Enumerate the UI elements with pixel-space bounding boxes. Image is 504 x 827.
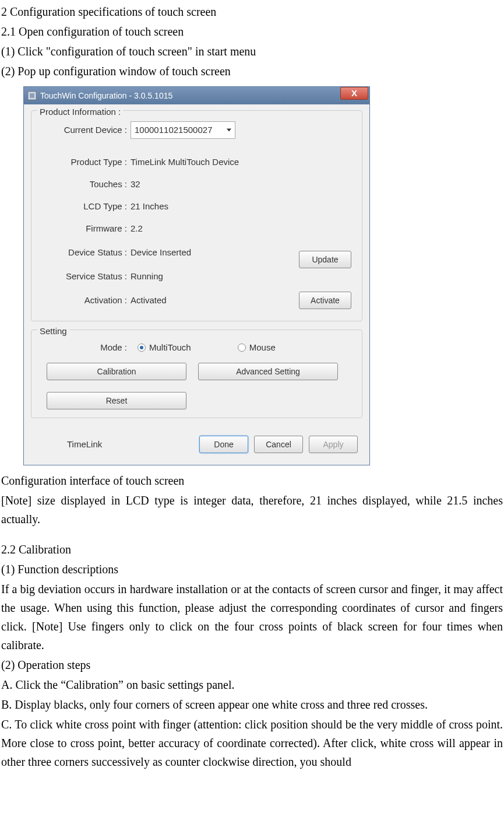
op-step-b: B. Display blacks, only four corners of … <box>1 695 503 714</box>
mode-multitouch-label: MultiTouch <box>149 341 191 355</box>
device-status-label: Device Status : <box>40 246 127 260</box>
current-device-combo[interactable]: 1000011021500027 <box>131 121 235 139</box>
lcd-note: [Note] size displayed in LCD type is int… <box>1 491 503 528</box>
operation-steps-title: (2) Operation steps <box>1 656 503 674</box>
firmware-value: 2.2 <box>131 222 143 236</box>
touches-label: Touches : <box>40 177 127 191</box>
update-button[interactable]: Update <box>299 251 351 268</box>
product-info-legend: Product Information : <box>37 105 123 119</box>
product-type-label: Product Type : <box>40 155 127 169</box>
op-step-a: A. Click the “Calibration” on basic sett… <box>1 675 503 694</box>
close-button[interactable]: X <box>340 87 368 100</box>
service-status-value: Running <box>131 269 163 283</box>
service-status-label: Service Status : <box>40 269 127 283</box>
activate-button[interactable]: Activate <box>299 292 351 309</box>
calibration-button[interactable]: Calibration <box>47 363 186 380</box>
activation-label: Activation : <box>40 293 127 307</box>
setting-legend: Setting <box>37 324 69 338</box>
dialog-footer: TimeLink Done Cancel Apply <box>31 436 362 453</box>
device-status-value: Device Inserted <box>131 246 191 260</box>
activation-value: Activated <box>131 293 167 307</box>
step-1: (1) Click "configuration of touch screen… <box>1 42 503 61</box>
function-desc-title: (1) Function descriptions <box>1 560 503 579</box>
heading-2: 2 Configuration specifications of touch … <box>1 2 503 21</box>
titlebar-text: TouchWin Configuration - 3.0.5.1015 <box>40 89 172 102</box>
footer-brand: TimeLink <box>67 437 102 451</box>
function-desc-body: If a big deviation occurs in hardware in… <box>1 580 503 654</box>
product-type-value: TimeLink MultiTouch Device <box>131 155 239 169</box>
op-step-c: C. To click white cross point with finge… <box>1 715 503 771</box>
mode-mouse-radio[interactable]: Mouse <box>238 341 276 355</box>
mode-mouse-label: Mouse <box>249 341 276 355</box>
heading-2-2: 2.2 Calibration <box>1 540 503 559</box>
current-device-label: Current Device : <box>40 123 127 137</box>
mode-multitouch-radio[interactable]: MultiTouch <box>138 341 191 355</box>
mode-label: Mode : <box>40 341 127 355</box>
close-icon: X <box>351 86 357 100</box>
lcd-type-label: LCD Type : <box>40 199 127 213</box>
chevron-down-icon <box>227 129 231 132</box>
current-device-value: 1000011021500027 <box>135 123 212 137</box>
setting-group: Setting Mode : MultiTouch Mouse Calibrat… <box>31 330 362 418</box>
done-button[interactable]: Done <box>199 436 248 453</box>
figure-caption: Configuration interface of touch screen <box>1 471 503 490</box>
touchwin-config-dialog: TouchWin Configuration - 3.0.5.1015 X Pr… <box>23 86 370 465</box>
radio-unchecked-icon <box>238 344 246 352</box>
heading-2-1: 2.1 Open configuration of touch screen <box>1 22 503 41</box>
apply-button[interactable]: Apply <box>309 436 358 453</box>
lcd-type-value: 21 Inches <box>131 199 168 213</box>
step-2: (2) Pop up configuration window of touch… <box>1 62 503 80</box>
dialog-body: Product Information : Current Device : 1… <box>24 104 369 465</box>
radio-checked-icon <box>138 344 146 352</box>
product-info-group: Product Information : Current Device : 1… <box>31 110 362 321</box>
reset-button[interactable]: Reset <box>47 392 186 409</box>
touches-value: 32 <box>131 177 140 191</box>
app-icon <box>27 91 37 100</box>
titlebar: TouchWin Configuration - 3.0.5.1015 X <box>24 87 369 104</box>
advanced-setting-button[interactable]: Advanced Setting <box>198 363 338 380</box>
firmware-label: Firmware : <box>40 222 127 236</box>
cancel-button[interactable]: Cancel <box>254 436 303 453</box>
